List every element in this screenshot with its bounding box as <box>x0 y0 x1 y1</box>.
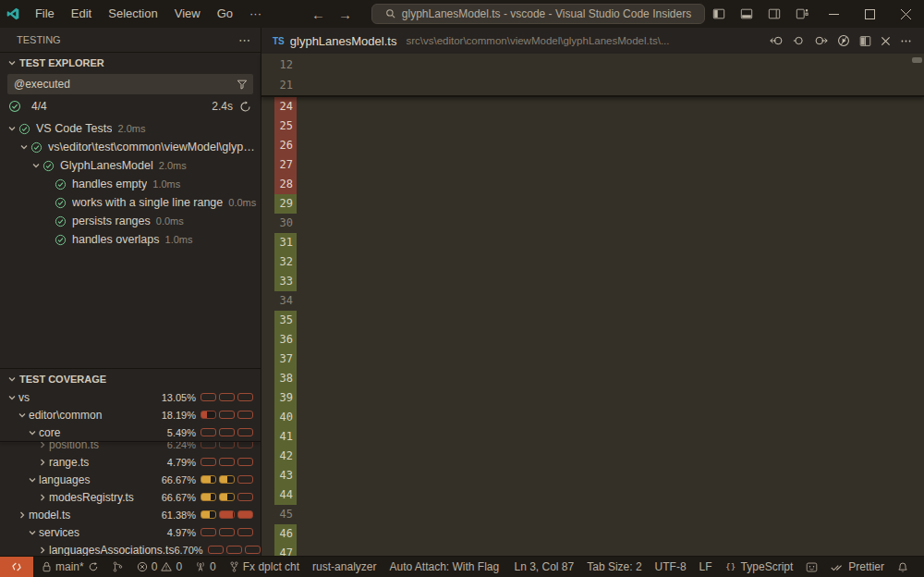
code-line-42[interactable]: 42 <box>261 447 924 466</box>
code-line-35[interactable]: 35 <box>261 311 924 330</box>
line-gutter[interactable]: 12 <box>261 55 297 75</box>
line-gutter[interactable]: 43 <box>261 466 297 485</box>
breadcrumb[interactable]: src\vs\editor\common\viewModel\glyphLane… <box>406 35 669 46</box>
coverage-item[interactable]: modesRegistry.ts66.67% <box>0 488 261 506</box>
branch-item[interactable]: main* <box>35 557 105 577</box>
test-tree-item[interactable]: handles overlaps1.0ms <box>0 230 261 249</box>
chevron-down-icon[interactable] <box>18 142 30 152</box>
menu-item-edit[interactable]: Edit <box>63 0 100 28</box>
close-icon[interactable] <box>876 36 895 46</box>
toggle-sidebar-icon[interactable] <box>705 7 733 20</box>
code-line-43[interactable]: 43 <box>261 466 924 485</box>
rerun-tests-icon[interactable] <box>239 101 251 113</box>
test-tree-item[interactable]: vs\editor\test\common\viewModel\glyphLa.… <box>0 138 261 156</box>
line-gutter[interactable]: 45 <box>261 505 297 524</box>
code-line-40[interactable]: 40 <box>261 408 924 427</box>
line-gutter[interactable]: 40 <box>261 408 297 427</box>
test-tree-item[interactable]: handles empty1.0ms <box>0 175 261 193</box>
menu-item-file[interactable]: File <box>27 0 63 28</box>
code-line-27[interactable]: 27 <box>261 155 924 175</box>
rust-analyzer[interactable]: rust-analyzer <box>306 557 383 577</box>
coverage-item[interactable]: languages66.67% <box>0 471 261 488</box>
coverage-item[interactable]: range.ts4.79% <box>0 453 261 471</box>
active-tab-label[interactable]: glyphLanesModel.ts <box>290 34 397 48</box>
menu-item-[interactable]: ··· <box>241 0 270 28</box>
line-gutter[interactable]: 47 <box>261 544 297 556</box>
tab-size[interactable]: Tab Size: 2 <box>580 557 648 577</box>
code-line-47[interactable]: 47 <box>261 544 924 556</box>
chevron-down-icon[interactable] <box>30 161 43 170</box>
line-gutter[interactable]: 33 <box>261 272 297 291</box>
eol[interactable]: LF <box>693 557 719 577</box>
line-gutter[interactable]: 35 <box>261 311 297 330</box>
line-gutter[interactable]: 28 <box>261 175 297 194</box>
cursor-position[interactable]: Ln 3, Col 87 <box>508 557 581 577</box>
chevron-down-icon[interactable] <box>26 475 39 485</box>
toggle-secondary-sidebar-icon[interactable] <box>760 7 788 20</box>
code-line-46[interactable]: 46 <box>261 524 924 544</box>
source-control-graph[interactable] <box>105 557 130 577</box>
chevron-down-icon[interactable] <box>16 411 29 420</box>
chevron-right-icon[interactable] <box>36 442 49 449</box>
pane-more-actions-icon[interactable]: ⋯ <box>238 33 251 47</box>
code-line-33[interactable]: 33 <box>261 272 924 291</box>
customize-layout-icon[interactable] <box>788 7 816 20</box>
scrollbar-thumb[interactable] <box>912 57 922 63</box>
code-line-25[interactable]: 25 <box>261 117 924 136</box>
line-gutter[interactable]: 32 <box>261 252 297 272</box>
toggle-panel-icon[interactable] <box>733 7 760 20</box>
code-line-39[interactable]: 39 <box>261 388 924 408</box>
coverage-item[interactable]: services4.97% <box>0 523 261 541</box>
line-gutter[interactable]: 27 <box>261 155 297 175</box>
code-line-26[interactable]: 26 <box>261 136 924 155</box>
code-line-24[interactable]: 24 <box>261 97 924 117</box>
line-gutter[interactable]: 25 <box>261 117 297 136</box>
auto-attach[interactable]: Auto Attach: With Flag <box>383 557 505 577</box>
line-gutter[interactable]: 46 <box>261 524 297 544</box>
language-mode[interactable]: {}TypeScript <box>719 557 800 577</box>
code-area[interactable]: 2425262728293031323334353637383940414243… <box>261 97 924 556</box>
code-line-31[interactable]: 31 <box>261 233 924 252</box>
code-line-34[interactable]: 34 <box>261 291 924 311</box>
chevron-down-icon[interactable] <box>6 393 18 402</box>
code-line-41[interactable]: 41 <box>261 427 924 447</box>
formatter-prettier[interactable]: Prettier <box>824 557 891 577</box>
coverage-item[interactable]: core5.49% <box>0 424 261 441</box>
line-gutter[interactable]: 44 <box>261 485 297 505</box>
code-line-44[interactable]: 44 <box>261 485 924 505</box>
ports-item[interactable]: 0 <box>188 557 223 577</box>
line-gutter[interactable]: 39 <box>261 388 297 408</box>
line-gutter[interactable]: 29 <box>261 194 297 214</box>
test-filter-input[interactable]: @executed <box>7 74 253 94</box>
feedback[interactable] <box>799 557 824 577</box>
code-line-29[interactable]: 29 <box>261 194 924 214</box>
current-change-icon[interactable] <box>788 34 809 47</box>
code-line-45[interactable]: 45 <box>261 505 924 524</box>
coverage-item[interactable]: languagesAssociations.ts6.70% <box>0 541 261 556</box>
line-gutter[interactable]: 24 <box>261 97 297 117</box>
encoding[interactable]: UTF-8 <box>649 557 693 577</box>
next-change-icon[interactable] <box>809 34 833 47</box>
line-gutter[interactable]: 37 <box>261 350 297 369</box>
line-gutter[interactable]: 41 <box>261 427 297 447</box>
maximize-button[interactable] <box>852 0 888 28</box>
remote-indicator[interactable] <box>0 557 33 577</box>
line-gutter[interactable]: 21 <box>261 75 297 95</box>
chevron-right-icon[interactable] <box>36 458 49 467</box>
code-line-28[interactable]: 28 <box>261 175 924 194</box>
coverage-item[interactable]: vs13.05% <box>0 388 261 406</box>
command-center-search[interactable]: glyphLanesModel.ts - vscode - Visual Stu… <box>371 4 705 24</box>
chevron-down-icon[interactable] <box>6 124 18 133</box>
coverage-item[interactable]: editor\common18.19% <box>0 406 261 424</box>
menu-item-view[interactable]: View <box>166 0 209 28</box>
code-line-32[interactable]: 32 <box>261 252 924 272</box>
more-actions-icon[interactable] <box>895 35 917 47</box>
test-tree-item[interactable]: works with a single line range0.0ms <box>0 193 261 212</box>
test-explorer-header[interactable]: TEST EXPLORER <box>0 52 261 72</box>
test-tree-item[interactable]: GlyphLanesModel2.0ms <box>0 156 261 175</box>
problems-item[interactable]: 00 <box>130 557 188 577</box>
line-gutter[interactable]: 31 <box>261 233 297 252</box>
run-coverage-icon[interactable] <box>833 34 855 47</box>
chevron-right-icon[interactable] <box>36 493 49 502</box>
line-gutter[interactable]: 36 <box>261 330 297 350</box>
